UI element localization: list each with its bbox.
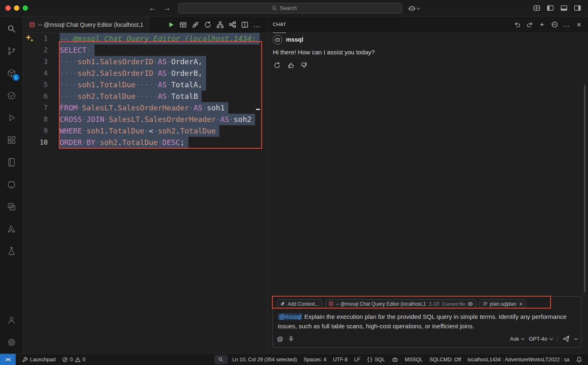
cursor-position[interactable]: Ln 10, Col 29 (354 selected) <box>229 357 300 363</box>
launchpad-button[interactable]: Launchpad <box>19 357 59 363</box>
code-line[interactable]: 3····soh1.SalesOrderID·AS·OrderA, <box>23 56 267 68</box>
close-window-button[interactable] <box>5 5 11 11</box>
line-number[interactable]: 5 <box>23 79 60 91</box>
back-button[interactable]: ← <box>148 3 158 13</box>
schema-hierarchy-button[interactable] <box>214 19 225 30</box>
mention-token[interactable]: @mssql <box>278 313 302 320</box>
code-token: soh1 <box>77 57 95 66</box>
code-line[interactable]: 5····soh1.TotalDue·····AS·TotalA, <box>23 79 267 91</box>
query-plan-button[interactable] <box>227 19 238 30</box>
chat-input[interactable]: @mssql Explain the execution plan for th… <box>278 312 576 331</box>
line-number[interactable]: 2 <box>23 44 60 56</box>
code-line[interactable]: 4····soh2.SalesOrderID·AS·OrderB, <box>23 68 267 79</box>
scrollbar-thumb[interactable] <box>584 84 586 292</box>
eye-icon[interactable] <box>467 301 473 307</box>
code-line[interactable]: 2SELECT· <box>23 44 267 56</box>
code-line[interactable]: 9WHERE·soh1.TotalDue·<·soh2.TotalDue <box>23 125 267 137</box>
eol-indicator[interactable]: LF <box>351 357 364 363</box>
toggle-secondary-sidebar-button[interactable] <box>574 4 581 12</box>
line-number[interactable]: 10 <box>23 137 60 148</box>
code-line[interactable]: 6····soh2.TotalDue·····AS·TotalB <box>23 91 267 102</box>
thumbs-down-icon[interactable] <box>300 61 308 69</box>
encoding[interactable]: UTF-8 <box>330 357 351 363</box>
toggle-primary-sidebar-button[interactable] <box>546 4 554 12</box>
code-token: . <box>140 115 144 124</box>
code-line[interactable]: 8CROSS·JOIN·SalesLT.SalesOrderHeader·AS·… <box>23 114 267 125</box>
redo-edit-button[interactable] <box>525 20 535 30</box>
run-query-button[interactable] <box>165 19 176 30</box>
notifications-bell[interactable] <box>573 356 586 363</box>
mic-button[interactable] <box>288 336 294 342</box>
language-mode[interactable]: {}SQL <box>363 357 388 363</box>
tab-query-editor[interactable]: -- @mssql Chat Query Editor (localhost,1 <box>23 16 149 33</box>
line-number[interactable]: 4 <box>23 68 60 79</box>
sidebar-item-remote-explorer[interactable] <box>0 196 23 218</box>
sqlcmd-status[interactable]: SQLCMD: Off <box>426 357 465 363</box>
code-token: · <box>229 115 234 124</box>
code-editor[interactable]: 1-- @mssql Chat Query Editor (localhost,… <box>23 33 267 353</box>
disconnect-button[interactable] <box>190 19 201 30</box>
model-dropdown[interactable]: GPT-4o <box>529 336 552 342</box>
context-chip-sqlplan[interactable]: plan.sqlplan × <box>479 299 526 309</box>
remote-indicator[interactable]: >< <box>0 354 16 365</box>
split-editor-button[interactable] <box>239 19 250 30</box>
zoom-window-button[interactable] <box>23 5 28 11</box>
change-connection-button[interactable] <box>202 19 213 30</box>
sidebar-item-azure[interactable] <box>0 218 23 240</box>
send-options-icon[interactable] <box>574 337 577 340</box>
new-chat-button[interactable]: + <box>537 20 547 30</box>
sidebar-item-extensions[interactable] <box>0 129 23 151</box>
accounts-button[interactable] <box>0 309 23 331</box>
copilot-status-button[interactable] <box>388 356 402 363</box>
mention-button[interactable]: @ <box>277 335 283 342</box>
more-chat-actions-button[interactable]: … <box>562 20 572 30</box>
copilot-sparkle-icon[interactable] <box>25 34 34 42</box>
close-chat-button[interactable]: × <box>574 20 584 30</box>
forward-button[interactable]: → <box>163 3 172 13</box>
customize-layout-button[interactable] <box>533 4 541 12</box>
undo-edit-button[interactable] <box>512 20 522 30</box>
line-number[interactable]: 9 <box>23 125 60 137</box>
sidebar-item-run-debug[interactable] <box>0 107 23 129</box>
sidebar-item-search[interactable] <box>0 18 23 40</box>
line-number[interactable]: 6 <box>23 91 60 102</box>
code-token: TotalDue <box>180 126 216 135</box>
regenerate-icon[interactable] <box>273 61 281 69</box>
sidebar-item-notebooks[interactable] <box>0 151 23 173</box>
code-line[interactable]: 7FROM·SalesLT.SalesOrderHeader·AS·soh1 <box>23 102 267 114</box>
sidebar-item-packages[interactable]: 1 <box>0 62 23 84</box>
problems-button[interactable]: 0 0 <box>59 357 89 363</box>
code-line[interactable]: 1-- @mssql Chat Query Editor (localhost,… <box>23 33 267 44</box>
text-cursor <box>256 109 260 110</box>
copilot-menu-button[interactable] <box>408 5 419 12</box>
extensions-icon <box>7 135 16 145</box>
settings-button[interactable] <box>0 331 23 353</box>
search-input[interactable] <box>280 5 309 11</box>
mssql-status[interactable]: MSSQL <box>402 357 426 363</box>
remove-context-icon[interactable]: × <box>519 301 523 307</box>
toggle-panel-button[interactable] <box>560 4 568 12</box>
sidebar-item-github[interactable] <box>0 173 23 196</box>
add-context-button[interactable]: Add Context... <box>277 299 322 309</box>
minimize-window-button[interactable] <box>14 5 19 11</box>
tab-chat[interactable]: CHAT <box>273 16 286 33</box>
ask-mode-dropdown[interactable]: Ask <box>510 336 524 342</box>
sidebar-item-sql-projects[interactable] <box>0 240 23 262</box>
code-line[interactable]: 10ORDER·BY·soh2.TotalDue·DESC; <box>23 137 267 148</box>
send-button[interactable] <box>562 335 569 342</box>
line-number[interactable]: 8 <box>23 114 60 125</box>
more-actions-button[interactable]: … <box>251 19 263 30</box>
line-number[interactable]: 3 <box>23 56 60 68</box>
zoom-indicator[interactable] <box>214 355 228 364</box>
connection-status[interactable]: localhost,1434 : AdventureWorksLT2022 : … <box>464 357 573 363</box>
sidebar-item-testing[interactable] <box>0 84 23 107</box>
context-chip-current-file[interactable]: -- @mssql Chat Query Editor (localhost,1… <box>325 299 476 309</box>
thumbs-up-icon[interactable] <box>286 61 295 69</box>
indentation[interactable]: Spaces: 4 <box>300 357 330 363</box>
global-search[interactable] <box>178 3 402 14</box>
chat-history-button[interactable] <box>549 20 559 30</box>
results-grid-button[interactable] <box>177 19 188 30</box>
line-number[interactable]: 7 <box>23 102 60 114</box>
code-token: TotalDue <box>109 126 144 135</box>
sidebar-item-source-control[interactable] <box>0 40 23 62</box>
